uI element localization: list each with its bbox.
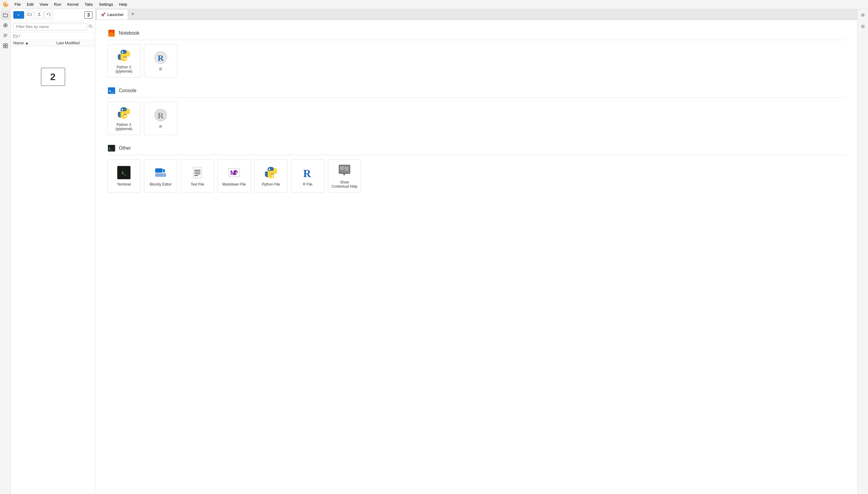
right-settings2-icon[interactable]	[858, 22, 868, 31]
right-settings-icon[interactable]	[858, 10, 868, 20]
svg-rect-45	[340, 167, 344, 167]
svg-text:R: R	[158, 53, 164, 63]
notebook-python3-card[interactable]: Python 3 (ipykernel)	[107, 44, 141, 77]
add-tab-button[interactable]: +	[129, 11, 137, 17]
other-section: $_ Other $_ Terminal	[107, 144, 845, 192]
svg-point-3	[4, 24, 6, 26]
svg-rect-47	[340, 169, 344, 170]
file-toolbar: + 3	[11, 9, 95, 21]
launcher-tab-label: Launcher	[107, 12, 124, 17]
console-cards: Python 3 (ipykernel) R R	[107, 102, 845, 135]
python-file-card[interactable]: Python File	[254, 159, 288, 192]
svg-point-49	[862, 15, 864, 16]
svg-point-17	[125, 58, 126, 60]
python3-notebook-label: Python 3 (ipykernel)	[115, 65, 132, 74]
r-icon: R	[153, 50, 168, 65]
markdown-label: Markdown File	[222, 182, 246, 187]
svg-point-41	[272, 175, 273, 177]
other-section-header: $_ Other	[107, 144, 845, 155]
notebook-section-header: Notebook	[107, 29, 845, 40]
sort-arrow-icon: ▲	[25, 41, 29, 45]
terminal-icon: $_	[117, 165, 131, 180]
r-file-card[interactable]: R R File	[291, 159, 324, 192]
file-list: 2	[11, 47, 95, 494]
svg-rect-7	[3, 44, 5, 45]
svg-point-16	[122, 52, 123, 53]
markdown-file-card[interactable]: M Markdown File	[218, 159, 251, 192]
svg-rect-32	[155, 173, 166, 177]
r-console-label: R	[160, 125, 162, 129]
launcher-tab[interactable]: 🚀 Launcher	[96, 9, 128, 20]
svg-text:R: R	[158, 111, 164, 120]
new-folder-button[interactable]	[25, 11, 34, 19]
svg-text:$_: $_	[109, 147, 113, 151]
right-sidebar	[857, 9, 868, 494]
search-icon[interactable]	[88, 24, 93, 29]
svg-rect-10	[6, 46, 7, 48]
svg-rect-33	[193, 167, 202, 178]
svg-point-50	[862, 26, 864, 27]
terminal-card[interactable]: $_ Terminal	[107, 159, 141, 192]
blockly-editor-card[interactable]: Blockly Editor	[144, 159, 177, 192]
notebook-r-card[interactable]: R R	[144, 44, 177, 77]
tab-launcher-icon: 🚀	[101, 12, 106, 17]
svg-point-1	[5, 4, 7, 5]
markdown-icon: M	[227, 165, 241, 180]
text-file-icon	[190, 165, 205, 180]
breadcrumb-path: /	[19, 34, 20, 38]
col-name[interactable]: Name ▲	[13, 41, 56, 45]
contextual-help-card[interactable]: Show Contextual Help	[328, 159, 361, 192]
menu-view[interactable]: View	[37, 1, 50, 7]
blockly-icon	[153, 165, 168, 180]
python3-console-label: Python 3 (ipykernel)	[115, 122, 132, 131]
python-file-label: Python File	[262, 182, 280, 187]
tab-bar: 🚀 Launcher +	[95, 9, 857, 20]
col-modified[interactable]: Last Modified	[56, 41, 93, 45]
text-file-label: Text File	[191, 182, 204, 187]
help-icon	[337, 163, 352, 178]
console-r-card[interactable]: R R	[144, 102, 177, 135]
menu-settings[interactable]: Settings	[96, 1, 115, 7]
file-panel: + 3	[11, 9, 95, 494]
svg-line-12	[91, 27, 92, 28]
menu-tabs[interactable]: Tabs	[82, 1, 95, 7]
menu-kernel[interactable]: Kernel	[65, 1, 81, 7]
svg-point-23	[122, 109, 123, 111]
upload-button[interactable]	[35, 11, 43, 19]
other-icon: $_	[107, 144, 116, 152]
refresh-button[interactable]	[44, 11, 53, 19]
launcher: Notebook	[95, 20, 857, 494]
content-area: 🚀 Launcher + Notebook	[95, 9, 857, 494]
svg-point-40	[269, 169, 270, 170]
breadcrumb: /	[11, 33, 95, 39]
sidebar-toc-icon[interactable]	[1, 31, 10, 40]
app-logo	[2, 1, 9, 8]
text-file-card[interactable]: Text File	[181, 159, 214, 192]
svg-text:>_: >_	[109, 89, 114, 93]
menu-edit[interactable]: Edit	[24, 1, 36, 7]
menubar: File Edit View Run Kernel Tabs Settings …	[0, 0, 868, 9]
icon-sidebar	[0, 9, 11, 494]
menu-run[interactable]: Run	[52, 1, 63, 7]
contextual-help-label: Show Contextual Help	[331, 180, 358, 189]
file-header: Name ▲ Last Modified	[11, 39, 95, 47]
console-python3-card[interactable]: Python 3 (ipykernel)	[107, 102, 141, 135]
svg-rect-48	[345, 167, 348, 171]
sidebar-running-icon[interactable]	[1, 20, 10, 30]
search-input[interactable]	[13, 23, 87, 31]
menu-file[interactable]: File	[12, 1, 23, 7]
sidebar-extensions-icon[interactable]	[1, 41, 10, 51]
other-label: Other	[119, 146, 131, 151]
notebook-label: Notebook	[119, 31, 140, 36]
svg-text:M: M	[230, 169, 236, 176]
sidebar-folder-icon[interactable]	[1, 10, 10, 20]
terminal-label: Terminal	[117, 182, 130, 187]
svg-rect-8	[6, 44, 7, 45]
main-layout: + 3	[0, 9, 868, 494]
number-box-3: 3	[85, 12, 93, 19]
svg-rect-9	[3, 46, 5, 48]
new-button[interactable]: +	[13, 11, 24, 19]
number-box-2: 2	[41, 68, 65, 86]
search-row	[11, 21, 95, 33]
menu-help[interactable]: Help	[117, 1, 130, 7]
